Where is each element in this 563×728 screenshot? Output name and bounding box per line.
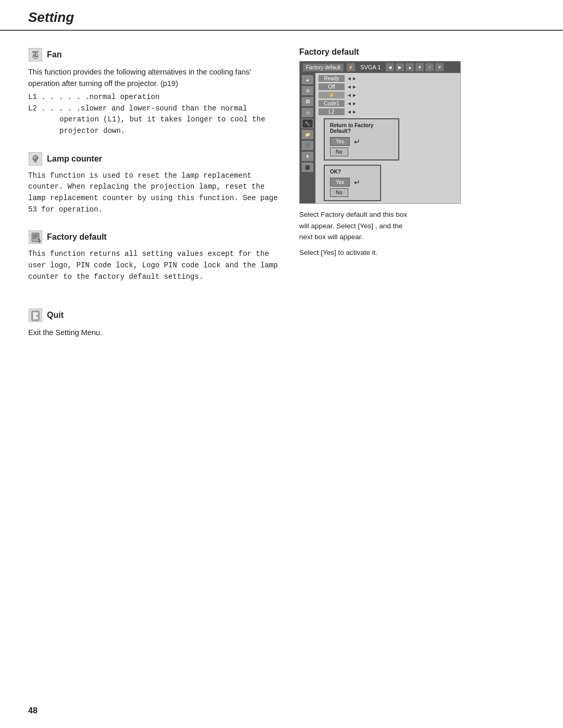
popup2-arrow: ↵ [354,178,360,187]
quit-title: Quit [28,308,278,323]
menu-row-1-arrow: ◄► [347,76,357,81]
menu-row-3: ⚡ ◄► [319,92,457,98]
popup1-buttons: Yes ↵ [330,137,393,146]
menu-row-4: Code1 ◄► [319,100,457,107]
sidebar-icon-2: ⚙ [302,86,313,95]
right-column: Factory default Factory default ⚡ SVGA 1… [299,47,497,353]
factory-default-body-text: This function returns all setting values… [28,249,278,282]
factory-default-icon [28,230,43,244]
factory-default-section: Factory default This function returns al… [28,230,278,282]
page-title: Setting [28,9,535,26]
popup2-yes-btn[interactable]: Yes [330,178,350,187]
menu-nav-icon-6: ✗ [435,63,444,71]
menu-nav-icon-3: ▲ [406,63,414,71]
lamp-counter-section: Lamp counter This function is used to re… [28,152,278,216]
popup2-container: OK? Yes ↵ No [324,165,457,201]
menu-row-1: Ready ◄► [319,75,457,82]
popup1-title: Return to Factory Default? [330,122,393,134]
menu-row-1-label: Ready [319,75,345,82]
menu-row-3-label: ⚡ [319,92,345,98]
menu-diagram: Factory default ⚡ SVGA 1 ◀ ▶ ▲ ▼ ✓ ✗ ▲ ⚙ [299,61,461,204]
lamp-counter-title: Lamp counter [28,152,278,166]
quit-body: Exit the Setting Menu. [28,327,278,338]
sidebar-icon-4: ◎ [302,108,313,117]
page-footer: 48 [28,706,38,715]
select-yes-text: Select [Yes] to activate it. [299,249,377,256]
sidebar-icon-8: ▼ [302,152,313,161]
menu-body: ▲ ⚙ 🖼 ◎ 🔧 📁 🎵 ▼ ⬛ Ready ◄► [300,73,460,203]
svg-point-3 [34,55,36,57]
svg-point-17 [36,315,38,316]
left-column: OFF Fan This function provides the follo… [28,47,278,353]
right-description-1: Select Factory default and this box will… [299,209,414,243]
right-description-2: Select [Yes] to activate it. [299,247,497,258]
fan-section: OFF Fan This function provides the follo… [28,47,278,137]
popup2-no-btn[interactable]: No [330,188,348,197]
lamp-counter-body-text: This function is used to reset the lamp … [28,170,278,216]
menu-sidebar: ▲ ⚙ 🖼 ◎ 🔧 📁 🎵 ▼ ⬛ [300,73,315,203]
quit-body-text: Exit the Setting Menu. [28,327,278,338]
menu-nav-icon-2: ▶ [396,63,404,71]
sidebar-icon-5: 🔧 [302,119,313,128]
fan-l1: L1 . . . . . .normal operation [28,92,278,103]
svg-rect-9 [32,233,39,242]
menu-nav-icon-5: ✓ [425,63,434,71]
popup1-arrow: ↵ [354,138,360,146]
page-number: 48 [28,706,38,715]
menu-row-2: Off ◄► [319,83,457,90]
fan-l2-prefix: L2 . . . . .slower and lower-sound than … [28,103,278,115]
menu-main-rows: Ready ◄► Off ◄► ⚡ ◄► Code1 ◄► [315,73,460,203]
lamp-icon [28,152,43,166]
menu-row-2-arrow: ◄► [347,84,357,90]
sidebar-icon-9: ⬛ [302,163,313,172]
popup2-buttons: Yes ↵ [330,178,375,187]
popup1-yes-btn[interactable]: Yes [330,137,350,146]
popup1-dialog: Return to Factory Default? Yes ↵ No [324,118,399,161]
menu-row-5-label: L2 [319,108,345,115]
menu-row-4-arrow: ◄► [347,101,357,106]
popup1-no-btn[interactable]: No [330,147,348,156]
quit-icon [28,308,43,323]
svg-rect-11 [33,236,38,237]
fan-body-text: This function provides the following alt… [28,66,278,90]
svg-rect-7 [34,162,36,163]
quit-section: Quit Exit the Setting Menu. [28,308,278,338]
popup2-title: OK? [330,169,375,175]
svg-text:OFF: OFF [32,51,39,54]
popup2-dialog: OK? Yes ↵ No [324,165,381,201]
popup1-container: Return to Factory Default? Yes ↵ No [324,118,457,161]
sidebar-icon-3: 🖼 [302,97,313,106]
sidebar-icon-6: 📁 [302,130,313,139]
menu-row-4-label: Code1 [319,100,345,107]
menu-row-5: L2 ◄► [319,108,457,115]
factory-default-body: This function returns all setting values… [28,249,278,282]
right-descriptions: Select Factory default and this box will… [299,209,497,243]
content-area: OFF Fan This function provides the follo… [0,31,563,369]
sidebar-icon-7: 🎵 [302,141,313,150]
right-panel-title: Factory default [299,47,497,57]
menu-top-bar: Factory default ⚡ SVGA 1 ◀ ▶ ▲ ▼ ✓ ✗ [300,61,460,73]
fan-title: OFF Fan [28,47,278,62]
sidebar-icon-1: ▲ [302,75,313,84]
factory-default-title-text: Factory default [47,232,107,242]
menu-row-3-arrow: ◄► [347,92,357,98]
menu-nav-icon-1: ◀ [386,63,394,71]
page-header: Setting [0,0,563,31]
menu-nav-icon-4: ▼ [415,63,424,71]
svg-rect-12 [33,238,36,239]
fan-l2-indent2: projector down. [28,126,278,137]
lamp-counter-body: This function is used to reset the lamp … [28,170,278,216]
svg-rect-10 [33,235,38,236]
lamp-counter-title-text: Lamp counter [47,154,102,164]
fan-l2-indent1: operation (L1), but it takes longer to c… [28,114,278,126]
menu-row-5-arrow: ◄► [347,109,357,115]
menu-icons-row: ◀ ▶ ▲ ▼ ✓ ✗ [386,63,444,71]
fan-body: This function provides the following alt… [28,66,278,137]
menu-svga-label: SVGA 1 [360,64,381,70]
menu-icon-1: ⚡ [347,63,355,71]
fan-icon: OFF [28,47,43,62]
quit-title-text: Quit [47,311,64,320]
factory-default-title: Factory default [28,230,278,244]
menu-selected-item: Factory default [303,64,344,71]
menu-row-2-label: Off [319,83,345,90]
